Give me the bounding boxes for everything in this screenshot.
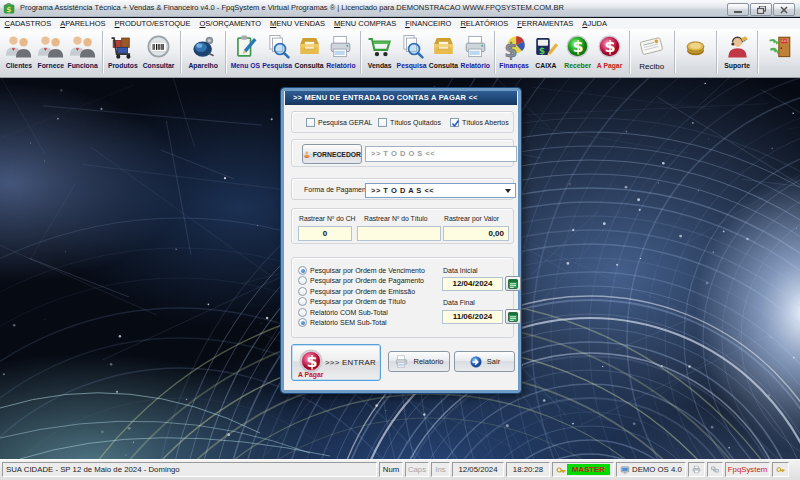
toolbar-button-a-pagar[interactable]: A Pagar [594,29,626,76]
restore-button[interactable] [750,3,772,16]
a-pagar-label: A Pagar [298,371,323,378]
printer-icon [692,464,701,475]
toolbar-label: Produtos [108,62,138,69]
toolbar-label: Fornece [38,62,64,69]
toolbar-button-aparelho[interactable]: Aparelho [184,29,223,76]
toolbar-button-funciona[interactable]: Funciona [67,29,99,76]
fornecedor-group: FORNECEDOR >> T O D O S << [291,139,514,167]
fornecedor-button[interactable]: FORNECEDOR [302,144,362,164]
network-icon [711,464,719,475]
people-icon [5,32,32,61]
toolbar-button-consulta[interactable]: Consulta [293,29,325,76]
toolbar-button-receber[interactable]: Receber [562,29,594,76]
radio-relat-rio-sem-sub-total[interactable]: Relatório SEM Sub-Total [298,318,387,328]
calendar-icon [507,278,519,290]
toolbar-button-relat-rio[interactable]: Relatório [459,29,491,76]
printer-icon [462,32,489,61]
receipt-icon [638,32,665,61]
toolbar-label: Consulta [295,62,324,69]
menu-item-ajuda[interactable]: AJUDA [578,19,612,28]
people-icon [69,32,96,61]
toolbar-button-suporte[interactable]: Suporte [720,29,755,76]
radio-pesquisar-por-ordem-de-pagamento[interactable]: Pesquisar por Ordem de Pagamento [298,276,424,286]
toolbar-label: Pesquisa [397,62,427,69]
checkbox-t-tulos-quitados[interactable]: Títulos Quitados [378,118,441,127]
toolbar-button-consulta[interactable]: Consulta [427,29,459,76]
rastrear-label: Rastrear Nº do CH [299,215,356,222]
sair-label: Sair [487,357,500,366]
radio-pesquisar-por-ordem-de-t-tulo[interactable]: Pesquisar por Ordem de Título [298,297,406,307]
menu-item-relat-rios[interactable]: RELATÓRIOS [456,19,513,28]
relatorio-button[interactable]: Relatório [388,351,450,372]
toolbar-label: Clientes [6,62,32,69]
menu-item-os-or-amento[interactable]: OS/ORÇAMENTO [195,19,266,28]
monitor-icon [620,465,630,475]
rastrear-label: Rastrear por Valor [444,215,499,222]
toolbar-button-clientes[interactable]: Clientes [3,29,35,76]
status-key [772,462,789,477]
toolbar-label: Recibo [639,62,664,71]
toolbar-button-produtos[interactable]: Produtos [106,29,141,76]
toolbar-button-fornece[interactable]: Fornece [35,29,67,76]
forma-pagamento-select[interactable]: >> T O D A S << [365,183,516,198]
data-inicial-field[interactable]: 12/04/2024 [442,277,503,291]
menu-item-financeiro[interactable]: FINANCEIRO [401,19,456,28]
data-final-field[interactable]: 11/06/2024 [442,310,503,324]
menu-item-aparelhos[interactable]: APARELHOS [56,19,110,28]
toolbar-label: Suporte [724,62,750,69]
toolbar-button-coins-gold[interactable] [678,29,713,76]
rastrear-field-1[interactable] [357,226,441,241]
barcode-icon [145,32,172,61]
menu-item-produto-estoque[interactable]: PRODUTO/ESTOQUE [110,19,195,28]
menu-item-cadastros[interactable]: CADASTROS [0,19,56,28]
toolbar-button-caixa[interactable]: CAIXA [530,29,562,76]
toolbar-label: CAIXA [535,62,556,69]
toolbar-button-pesquisa[interactable]: Pesquisa [396,29,428,76]
radio-pesquisar-por-ordem-de-vencimento[interactable]: Pesquisar por Ordem de Vencimento [298,265,425,275]
menu-item-menu-vendas[interactable]: MENU VENDAS [266,19,330,28]
exit-door-icon [767,32,794,61]
status-bar: SUA CIDADE - SP 12 de Maio de 2024 - Dom… [0,459,800,480]
fornecedor-field[interactable]: >> T O D O S << [365,146,517,162]
toolbar-button-exit-door[interactable] [761,29,800,76]
status-printer [688,462,705,477]
status-system: DEMO OS 4.0 [616,462,686,477]
entrar-label: >>> ENTRAR [325,358,376,367]
checkbox-pesquisa-geral[interactable]: Pesquisa GERAL [306,118,372,127]
toolbar-button-vendas[interactable]: Vendas [364,29,396,76]
rastrear-field-0[interactable]: 0 [298,226,352,241]
sair-button[interactable]: Sair [454,351,515,372]
rastrear-field-2[interactable]: 0,00 [443,226,509,241]
exit-arrow-icon [469,355,483,369]
a-pagar-badge-icon [299,349,323,373]
radio-pesquisar-por-ordem-de-emiss-o[interactable]: Pesquisar por Ordem de Emissão [298,286,415,296]
toolbar-button-recibo[interactable]: Recibo [632,29,671,76]
menu-item-menu-compras[interactable]: MENU COMPRAS [330,19,401,28]
toolbar-button-menu-os[interactable]: Menu OS [229,29,261,76]
book-calc-icon [532,32,559,61]
key-icon [556,465,566,475]
toolbar-button-finan-as[interactable]: Finanças [498,29,530,76]
forma-pagamento-group: Forma de Pagamento >> T O D A S << [291,178,514,200]
title-bar: $ Programa Assistência Técnica + Vendas … [0,0,800,17]
close-button[interactable] [773,3,795,16]
radio-relat-rio-com-sub-total[interactable]: Relatório COM Sub-Total [298,307,388,317]
entrar-button[interactable]: >>> ENTRAR A Pagar [291,344,381,381]
search-docs-icon [264,32,291,61]
minimize-button[interactable] [727,3,749,16]
toolbar-separator [629,31,630,73]
status-system-name: DEMO OS 4.0 [632,463,682,476]
toolbar-label: Menu OS [231,62,260,69]
toolbar-button-pesquisa[interactable]: Pesquisa [261,29,293,76]
data-final-calendar-button[interactable] [505,309,521,324]
toolbar-label: Finanças [499,62,528,69]
toolbar: ClientesForneceFuncionaProdutosConsultar… [0,29,800,78]
menu-item-ferramentas[interactable]: FERRAMENTAS [513,19,578,28]
toolbar-button-consultar[interactable]: Consultar [140,29,177,76]
toolbar-label: Pesquisa [262,62,292,69]
toolbar-label: Aparelho [188,62,217,69]
person-icon [303,148,311,161]
checkbox-t-tulos-abertos[interactable]: Títulos Abertos [450,118,509,127]
data-inicial-calendar-button[interactable] [505,276,521,291]
toolbar-button-relat-rio[interactable]: Relatório [325,29,357,76]
